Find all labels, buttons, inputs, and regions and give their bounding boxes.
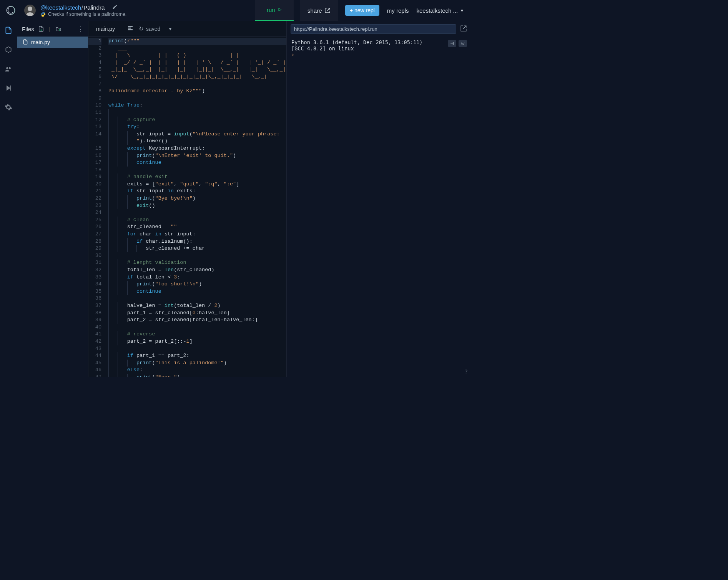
files-title: Files: [22, 26, 34, 32]
new-repl-button[interactable]: + new repl: [345, 5, 379, 16]
svg-point-1: [6, 67, 8, 69]
svg-rect-5: [128, 28, 131, 28]
code-editor[interactable]: 1234567891011121314151617181920212223242…: [88, 37, 286, 377]
format-icon[interactable]: [127, 25, 133, 32]
new-folder-icon[interactable]: [55, 26, 61, 32]
console-line: Python 3.6.1 (default, Dec 2015, 13:05:1…: [291, 39, 466, 45]
files-menu-icon[interactable]: ⋮: [78, 25, 83, 32]
console-panel: Python 3.6.1 (default, Dec 2015, 13:05:1…: [286, 21, 471, 377]
svg-rect-4: [128, 26, 133, 27]
svg-point-2: [9, 67, 11, 69]
play-icon: [278, 7, 282, 13]
avatar[interactable]: [24, 5, 36, 16]
top-bar: @keestalkstech / Palindra Checks if some…: [0, 0, 471, 21]
project-name: Palindra: [83, 4, 105, 11]
owner-link[interactable]: @keestalkstech: [40, 4, 81, 11]
console-line: [GCC 4.8.2] on linux: [291, 45, 466, 52]
console-input-icon[interactable]: [448, 40, 456, 47]
project-subtitle: Checks if something is a palindrome.: [48, 12, 126, 17]
app-logo[interactable]: [0, 5, 21, 16]
user-menu[interactable]: keestalkstech ... ▼: [417, 7, 464, 14]
files-panel: Files | ⋮ main.py: [17, 21, 88, 377]
editor-menu-caret-icon[interactable]: ▼: [168, 27, 172, 31]
plus-icon: +: [350, 7, 353, 13]
left-rail: [0, 21, 17, 377]
save-status: ↻ saved: [139, 25, 160, 32]
python-icon: [40, 12, 46, 17]
edit-icon[interactable]: [112, 4, 118, 11]
svg-rect-7: [453, 42, 454, 45]
help-icon[interactable]: ?: [465, 368, 468, 375]
file-icon: [23, 39, 28, 46]
editor-panel: main.py ↻ saved ▼ 1234567891011121314151…: [88, 21, 286, 377]
svg-rect-3: [10, 85, 11, 90]
project-header: @keestalkstech / Palindra Checks if some…: [21, 4, 126, 17]
caret-down-icon: ▼: [460, 8, 464, 13]
rail-debugger-icon[interactable]: [3, 83, 14, 93]
run-button[interactable]: run: [255, 0, 294, 21]
share-button[interactable]: share: [300, 0, 338, 21]
new-file-icon[interactable]: [38, 26, 44, 32]
svg-rect-6: [128, 29, 133, 30]
rail-settings-icon[interactable]: [3, 102, 14, 113]
rail-files-icon[interactable]: [3, 25, 14, 36]
console-clear-icon[interactable]: [459, 40, 467, 47]
console-prompt: ›: [291, 52, 294, 58]
reload-icon: ↻: [139, 25, 144, 32]
path-separator: /: [81, 4, 83, 11]
my-repls-link[interactable]: my repls: [387, 7, 409, 14]
editor-tab[interactable]: main.py: [92, 24, 119, 33]
open-external-icon[interactable]: [460, 25, 467, 33]
rail-packages-icon[interactable]: [3, 44, 14, 55]
file-item[interactable]: main.py: [17, 37, 88, 48]
console-output[interactable]: Python 3.6.1 (default, Dec 2015, 13:05:1…: [287, 37, 471, 377]
share-icon: [324, 7, 331, 13]
repl-url-input[interactable]: [291, 24, 456, 34]
rail-multiplayer-icon[interactable]: [3, 63, 14, 74]
